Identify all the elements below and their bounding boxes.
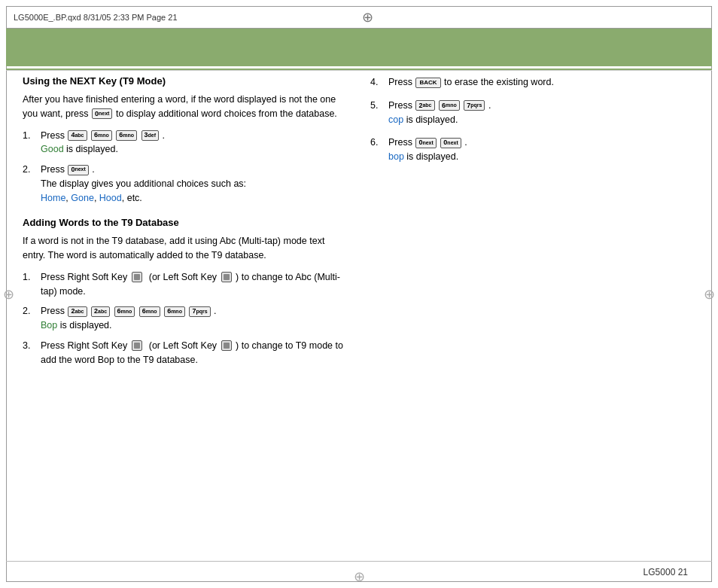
right-column-list: 4. Press BACK to erase the existing word…	[370, 75, 695, 164]
right-list-item-4: 4. Press BACK to erase the existing word…	[370, 75, 695, 90]
add-list-item-3: 3. Press Right Soft Key (or Left Soft Ke…	[23, 339, 348, 367]
right-list-num-6: 6.	[370, 136, 385, 150]
list-item-1: 1. Press 4abc 6mno 6mno 3def . Good is d…	[23, 129, 348, 157]
right-list-num-4: 4.	[370, 75, 385, 90]
file-info: LG5000E_.BP.qxd 8/31/05 2:33 PM Page 21	[14, 13, 178, 22]
list-content-2: Press 0next . The display gives you addi…	[41, 163, 348, 205]
add-list-content-1: Press Right Soft Key (or Left Soft Key )…	[41, 270, 348, 299]
add-list-item-1: 1. Press Right Soft Key (or Left Soft Ke…	[23, 270, 348, 299]
key-6mno-2: 6mno	[116, 130, 137, 141]
section-next-key: Using the NEXT Key (T9 Mode) After you h…	[23, 75, 348, 205]
key-0next-intro: 0next	[92, 108, 112, 119]
key-2abc-r1: 2abc	[415, 100, 434, 111]
right-column: 4. Press BACK to erase the existing word…	[370, 75, 695, 558]
add-list-content-3: Press Right Soft Key (or Left Soft Key )…	[41, 339, 348, 367]
add-list-content-2: Press 2abc 2abc 6mno 6mno 6mno 7pqrs . B…	[41, 304, 348, 333]
key-2abc-1: 2abc	[68, 306, 87, 317]
right-soft-key-icon-2	[132, 340, 142, 351]
content-area: Using the NEXT Key (T9 Mode) After you h…	[23, 75, 695, 558]
key-7pqrs-r1: 7pqrs	[464, 100, 485, 111]
green-banner	[6, 29, 712, 66]
section-adding-words: Adding Words to the T9 Database If a wor…	[23, 217, 348, 367]
key-6mno-5: 6mno	[164, 306, 185, 317]
right-list-content-4: Press BACK to erase the existing word.	[388, 75, 695, 90]
word-cop: cop	[388, 114, 403, 125]
list-num-1: 1.	[23, 129, 38, 143]
right-list-content-6: Press 0next 0next . bop is displayed.	[388, 136, 695, 164]
key-back: BACK	[415, 78, 440, 88]
key-2abc-2: 2abc	[91, 306, 110, 317]
footer-text: LG5000 21	[643, 567, 688, 577]
key-3def: 3def	[141, 130, 160, 141]
add-list-num-1: 1.	[23, 270, 38, 285]
list-item-2: 2. Press 0next . The display gives you a…	[23, 163, 348, 205]
key-0next-2: 0next	[68, 165, 88, 175]
right-list-content-5: Press 2abc 6mno 7pqrs . cop is displayed…	[388, 99, 695, 127]
add-list-num-3: 3.	[23, 339, 38, 353]
right-list-item-6: 6. Press 0next 0next . bop is displayed.	[370, 136, 695, 164]
list-num-2: 2.	[23, 163, 38, 177]
word-hood: Hood	[99, 193, 122, 203]
add-list-item-2: 2. Press 2abc 2abc 6mno 6mno 6mno 7pqrs …	[23, 304, 348, 333]
word-bop-upper: Bop	[41, 320, 57, 331]
key-0next-r2: 0next	[440, 138, 461, 148]
word-good: Good	[41, 144, 64, 154]
key-6mno-3: 6mno	[114, 306, 135, 317]
crosshair-header: ⊕	[362, 11, 373, 24]
word-home: Home	[41, 193, 65, 203]
add-list-num-2: 2.	[23, 304, 38, 318]
section-adding-words-title: Adding Words to the T9 Database	[23, 217, 348, 228]
right-soft-key-icon-1	[132, 272, 142, 282]
section-next-key-list: 1. Press 4abc 6mno 6mno 3def . Good is d…	[23, 129, 348, 206]
left-column: Using the NEXT Key (T9 Mode) After you h…	[23, 75, 348, 558]
word-bop-lower: bop	[388, 151, 404, 162]
key-7pqrs-1: 7pqrs	[189, 306, 210, 317]
section-adding-words-list: 1. Press Right Soft Key (or Left Soft Ke…	[23, 270, 348, 367]
key-6mno-4: 6mno	[139, 306, 160, 317]
gray-line	[6, 70, 712, 71]
footer: LG5000 21	[643, 567, 688, 577]
key-0next-r1: 0next	[415, 138, 436, 148]
key-6mno-r1: 6mno	[439, 100, 460, 111]
bottom-gray-line	[6, 561, 712, 562]
right-list-item-5: 5. Press 2abc 6mno 7pqrs . cop is displa…	[370, 99, 695, 127]
list-content-1: Press 4abc 6mno 6mno 3def . Good is disp…	[41, 129, 348, 157]
right-list-num-5: 5.	[370, 99, 385, 113]
section-next-key-title: Using the NEXT Key (T9 Mode)	[23, 75, 348, 87]
section-adding-words-intro: If a word is not in the T9 database, add…	[23, 234, 348, 263]
word-gone: Gone	[71, 193, 94, 203]
crosshair-right-mid: ⊕	[704, 286, 715, 303]
section-next-key-intro: After you have finished entering a word,…	[23, 93, 348, 121]
key-6mno-1: 6mno	[91, 130, 112, 141]
left-soft-key-icon-1	[221, 272, 232, 282]
header-bar: LG5000E_.BP.qxd 8/31/05 2:33 PM Page 21 …	[6, 6, 712, 29]
crosshair-bottom-center: ⊕	[354, 568, 365, 585]
key-4abc: 4abc	[68, 130, 87, 141]
crosshair-left-mid: ⊕	[3, 286, 14, 303]
left-soft-key-icon-2	[221, 340, 232, 351]
